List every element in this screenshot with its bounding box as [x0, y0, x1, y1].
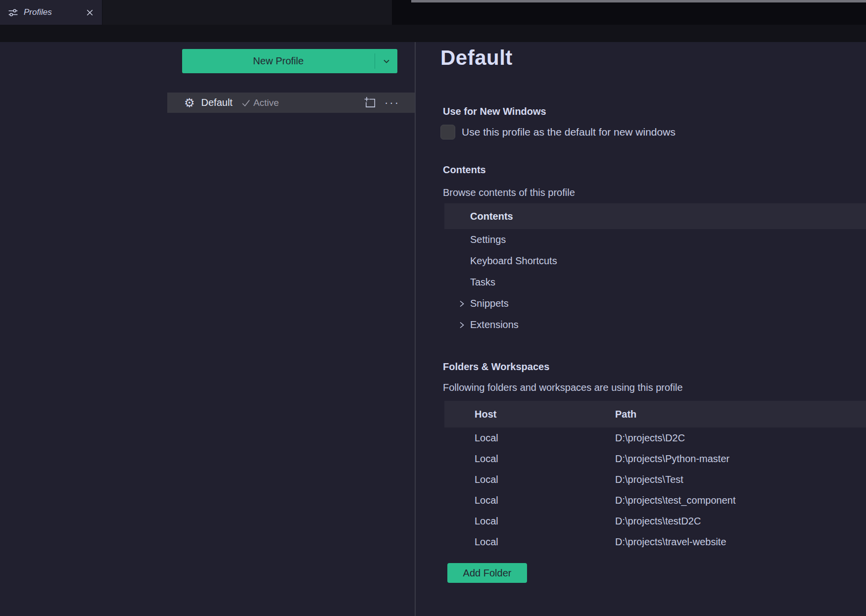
chevron-down-icon[interactable] [375, 49, 397, 73]
table-row: Local D:\projects\testD2C [444, 511, 866, 531]
contents-description: Browse contents of this profile [443, 187, 575, 198]
new-profile-button[interactable]: New Profile [182, 49, 397, 73]
tree-item-label: Snippets [470, 298, 509, 309]
path-cell: D:\projects\D2C [615, 432, 866, 444]
use-for-new-windows-heading: Use for New Windows [443, 105, 546, 117]
close-icon[interactable] [86, 8, 94, 17]
folders-workspaces-description: Following folders and workspaces are usi… [443, 381, 683, 393]
page-title: Default [440, 45, 513, 71]
host-cell: Local [444, 536, 615, 548]
folders-table: Host Path Local D:\projects\D2C Local D:… [444, 401, 866, 552]
profile-status-badge: Active [253, 97, 279, 108]
tree-item-settings[interactable]: Settings [444, 229, 866, 250]
chevron-right-icon[interactable] [456, 320, 467, 331]
tree-item-label: Settings [470, 234, 506, 245]
titlebar-strip [411, 0, 866, 2]
add-folder-button[interactable]: Add Folder [447, 563, 527, 583]
tree-item-label: Keyboard Shortcuts [470, 255, 557, 267]
host-column-header: Host [444, 409, 615, 420]
host-cell: Local [444, 495, 615, 506]
table-row: Local D:\projects\Python-master [444, 448, 866, 469]
tree-item-label: Contents [470, 211, 513, 222]
table-header-row: Host Path [444, 401, 866, 427]
host-cell: Local [444, 453, 615, 465]
tab-profiles[interactable]: Profiles [0, 0, 102, 25]
host-cell: Local [444, 474, 615, 485]
new-profile-label: New Profile [182, 49, 375, 73]
use-for-new-windows-row: Use this profile as the default for new … [440, 125, 675, 140]
sliders-icon [8, 7, 18, 18]
more-actions-icon[interactable]: ··· [385, 97, 400, 108]
tab-bar: Profiles [0, 0, 866, 25]
host-cell: Local [444, 516, 615, 527]
tree-item-snippets[interactable]: Snippets [444, 293, 866, 314]
host-cell: Local [444, 432, 615, 444]
check-icon [241, 97, 251, 108]
path-cell: D:\projects\testD2C [615, 516, 866, 527]
path-column-header: Path [615, 409, 866, 420]
tree-item-label: Tasks [470, 277, 495, 288]
checkbox-label: Use this profile as the default for new … [462, 126, 675, 138]
tree-item-contents[interactable]: Contents [444, 203, 866, 229]
table-row: Local D:\projects\travel-website [444, 531, 866, 552]
gear-icon: ⚙ [184, 97, 195, 109]
profiles-editor-window: Profiles New Profile [0, 0, 866, 616]
tree-item-keyboard-shortcuts[interactable]: Keyboard Shortcuts [444, 250, 866, 272]
titlebar-region [392, 0, 866, 25]
table-row: Local D:\projects\D2C [444, 427, 866, 448]
profiles-list-panel: New Profile ⚙ Default Active [0, 42, 415, 616]
profile-list-item-default[interactable]: ⚙ Default Active ··· [167, 93, 415, 113]
folders-workspaces-heading: Folders & Workspaces [443, 361, 549, 373]
chevron-right-icon[interactable] [456, 298, 467, 309]
tree-item-label: Extensions [470, 319, 519, 331]
path-cell: D:\projects\Test [615, 474, 866, 485]
contents-heading: Contents [443, 164, 486, 176]
path-cell: D:\projects\Python-master [615, 453, 866, 465]
table-row: Local D:\projects\test_component [444, 490, 866, 511]
tab-title: Profiles [24, 7, 52, 17]
breadcrumb-bar [0, 25, 866, 42]
tree-item-extensions[interactable]: Extensions [444, 314, 866, 335]
main-area: New Profile ⚙ Default Active [0, 42, 866, 616]
contents-tree: Contents Settings Keyboard Shortcuts Tas… [444, 203, 866, 335]
profile-detail-panel: Default Use for New Windows Use this pro… [415, 42, 866, 616]
profile-name: Default [201, 97, 233, 108]
path-cell: D:\projects\travel-website [615, 536, 866, 548]
open-new-window-icon[interactable] [364, 96, 377, 109]
path-cell: D:\projects\test_component [615, 495, 866, 506]
tree-item-tasks[interactable]: Tasks [444, 272, 866, 293]
default-for-new-windows-checkbox[interactable] [440, 125, 455, 140]
table-row: Local D:\projects\Test [444, 469, 866, 490]
